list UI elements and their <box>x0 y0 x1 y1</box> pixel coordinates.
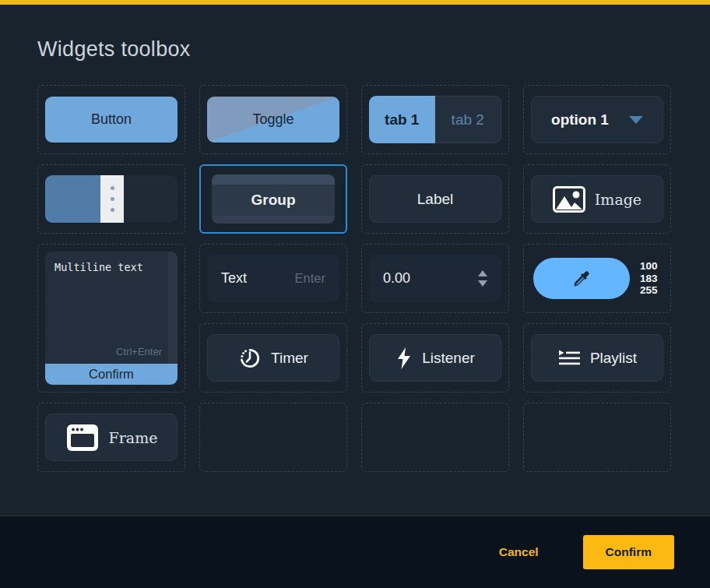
scrollbar[interactable] <box>168 252 178 364</box>
empty-cell[interactable] <box>523 403 671 472</box>
widget-cell-multiline[interactable]: Multiline text Ctrl+Enter Confirm <box>37 244 185 393</box>
number-value: 0.00 <box>383 270 410 287</box>
slider-handle[interactable] <box>100 175 124 223</box>
playlist-icon <box>557 349 581 368</box>
widget-cell-timer[interactable]: Timer <box>199 323 347 393</box>
multiline-confirm-button[interactable]: Confirm <box>45 364 178 385</box>
widget-cell-label[interactable]: Label <box>361 164 509 234</box>
button-widget[interactable]: Button <box>45 97 178 143</box>
color-swatch-button[interactable] <box>533 258 630 299</box>
number-stepper[interactable] <box>478 270 487 287</box>
widget-cell-listener[interactable]: Listener <box>361 323 509 393</box>
tab-2-inactive[interactable]: tab 2 <box>435 96 502 143</box>
multiline-widget[interactable]: Multiline text Ctrl+Enter Confirm <box>45 252 178 385</box>
chevron-down-icon <box>629 116 643 124</box>
text-input-placeholder: Enter <box>295 271 325 286</box>
listener-label: Listener <box>422 350 475 367</box>
rgb-red: 100 <box>640 260 658 273</box>
rgb-green: 183 <box>640 273 658 285</box>
tab-1-active[interactable]: tab 1 <box>369 96 435 143</box>
tabs-widget: tab 1 tab 2 <box>369 96 501 143</box>
widget-cell-slider[interactable] <box>37 164 185 234</box>
playlist-label: Playlist <box>590 350 637 367</box>
step-up-icon[interactable] <box>478 270 487 276</box>
image-label: Image <box>595 191 641 208</box>
toggle-widget[interactable]: Toggle <box>207 97 339 143</box>
slider-fill <box>45 175 100 223</box>
shortcut-hint: Ctrl+Enter <box>116 346 162 357</box>
slider-widget[interactable] <box>45 175 178 223</box>
widget-cell-tabs[interactable]: tab 1 tab 2 <box>361 85 509 154</box>
lightning-bolt-icon <box>395 347 413 370</box>
group-label: Group <box>212 185 335 216</box>
group-widget[interactable]: Group <box>212 174 335 224</box>
group-header-bar <box>212 174 335 185</box>
listener-widget[interactable]: Listener <box>369 334 501 382</box>
widget-cell-text-input[interactable]: Text Enter <box>199 244 347 313</box>
rgb-blue: 255 <box>640 284 658 297</box>
playlist-widget[interactable]: Playlist <box>531 334 663 382</box>
frame-widget[interactable]: Frame <box>45 414 178 461</box>
image-widget[interactable]: Image <box>531 175 663 223</box>
widget-cell-group-selected[interactable]: Group <box>199 164 347 234</box>
widgets-toolbox-dialog: Widgets toolbox Button Toggle tab 1 tab … <box>0 5 710 516</box>
empty-cell[interactable] <box>199 403 347 472</box>
select-widget[interactable]: option 1 <box>531 96 663 143</box>
color-picker-widget[interactable]: 100 183 255 <box>531 255 663 302</box>
image-icon <box>553 186 585 213</box>
handle-dot <box>111 208 114 212</box>
step-down-icon[interactable] <box>478 280 487 287</box>
widget-cell-image[interactable]: Image <box>523 164 671 234</box>
widget-cell-number[interactable]: 0.00 <box>361 244 509 313</box>
widget-cell-toggle[interactable]: Toggle <box>199 85 347 154</box>
group-footer-bar <box>212 216 335 224</box>
widget-cell-color-picker[interactable]: 100 183 255 <box>523 244 671 313</box>
widget-cell-select[interactable]: option 1 <box>523 85 671 154</box>
timer-label: Timer <box>271 350 308 367</box>
cancel-button[interactable]: Cancel <box>499 545 539 559</box>
eyedropper-icon <box>572 269 591 288</box>
widget-cell-playlist[interactable]: Playlist <box>523 323 671 393</box>
text-input-widget[interactable]: Text Enter <box>207 255 339 302</box>
dialog-footer: Cancel Confirm <box>0 516 710 588</box>
frame-label: Frame <box>109 429 158 446</box>
handle-dot <box>111 186 114 190</box>
slider-track <box>124 175 178 223</box>
number-input-widget[interactable]: 0.00 <box>369 255 501 302</box>
handle-dot <box>111 197 114 201</box>
multiline-value: Multiline text <box>54 261 143 273</box>
timer-widget[interactable]: Timer <box>207 334 339 382</box>
page-title: Widgets toolbox <box>37 37 673 62</box>
rgb-values: 100 183 255 <box>640 260 658 297</box>
text-input-value: Text <box>221 270 247 287</box>
select-value: option 1 <box>551 111 609 129</box>
empty-cell[interactable] <box>361 403 509 472</box>
multiline-textarea[interactable]: Multiline text Ctrl+Enter <box>45 252 178 364</box>
timer-clock-icon <box>238 347 262 370</box>
browser-frame-icon <box>65 423 100 452</box>
widget-cell-frame[interactable]: Frame <box>37 403 185 472</box>
confirm-button[interactable]: Confirm <box>583 535 674 569</box>
widget-cell-button[interactable]: Button <box>37 85 185 154</box>
label-widget[interactable]: Label <box>369 175 501 223</box>
widgets-grid: Button Toggle tab 1 tab 2 option 1 <box>37 85 673 472</box>
